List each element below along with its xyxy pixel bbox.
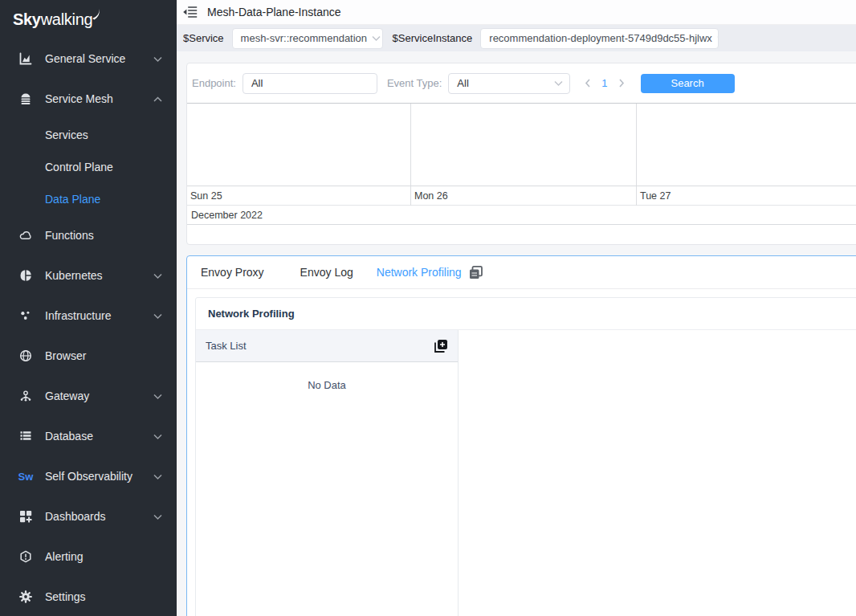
event-type-select-value: All — [457, 77, 468, 89]
chevron-down-icon — [153, 390, 162, 402]
sidebar-item-service-mesh[interactable]: Service Mesh — [0, 79, 177, 119]
page-titlebar: Mesh-Data-Plane-Instance — [177, 0, 856, 25]
sidebar-item-data-plane[interactable]: Data Plane — [0, 183, 177, 215]
event-type-select[interactable]: All — [448, 73, 570, 94]
sidebar-item-label: Gateway — [45, 390, 89, 402]
sidebar-item-label: Dashboards — [45, 510, 106, 523]
chevron-down-icon — [153, 269, 162, 282]
chevron-down-icon — [554, 77, 563, 89]
main-content: Mesh-Data-Plane-Instance $Service mesh-s… — [177, 0, 856, 616]
task-list-column: Task List No Data — [196, 330, 459, 616]
task-list-title: Task List — [206, 340, 247, 352]
sidebar-item-infrastructure[interactable]: Infrastructure — [0, 296, 177, 336]
sidebar-item-functions[interactable]: Functions — [0, 215, 177, 255]
timeline-days-row: Sun 25 Mon 26 Tue 27 — [187, 186, 856, 205]
sidebar-item-label: Data Plane — [45, 193, 100, 206]
service-selector-bar: $Service mesh-svr::recommendation $Servi… — [177, 25, 856, 51]
service-instance-select-value: recommendation-deployment-5749d9dc55-hjl… — [489, 32, 712, 44]
sidebar-item-label: Kubernetes — [45, 269, 103, 282]
day-label: Tue 27 — [640, 186, 671, 206]
chevron-right-icon[interactable] — [618, 79, 625, 88]
dashboard-grid-icon — [19, 510, 32, 523]
sidebar-item-dashboards[interactable]: Dashboards — [0, 496, 177, 536]
event-filters-row: Endpoint: Event Type: All 1 Search — [187, 63, 856, 103]
logo-swoosh-icon — [92, 7, 104, 21]
service-select[interactable]: mesh-svr::recommendation — [232, 28, 383, 49]
sidebar-item-services[interactable]: Services — [0, 119, 177, 151]
service-select-value: mesh-svr::recommendation — [241, 32, 368, 44]
events-card: Endpoint: Event Type: All 1 Search Sun 2… — [186, 63, 856, 245]
sidebar-item-label: Service Mesh — [45, 92, 113, 105]
sidebar-item-label: Control Plane — [45, 161, 113, 173]
page-number[interactable]: 1 — [601, 77, 607, 89]
logo-text-bold: Sky — [13, 10, 41, 29]
new-task-icon[interactable] — [434, 339, 448, 353]
sidebar-item-database[interactable]: Database — [0, 416, 177, 456]
timeline-lanes — [187, 104, 856, 186]
alert-hexagon-icon — [19, 550, 32, 563]
endpoint-input[interactable] — [243, 73, 377, 94]
logo-text-light: walking — [41, 10, 93, 29]
skywalking-logo: Skywalking — [0, 0, 177, 39]
server-list-icon — [19, 430, 32, 443]
task-list-header: Task List — [196, 330, 458, 362]
chevron-down-icon — [153, 470, 162, 483]
chevron-down-icon — [712, 32, 719, 44]
empty-state-text: No Data — [196, 362, 458, 391]
sidebar-item-label: Database — [45, 430, 93, 443]
sidebar: Skywalking General Service Service Mesh … — [0, 0, 177, 616]
service-label: $Service — [183, 32, 224, 44]
gateway-icon — [19, 390, 32, 402]
sidebar-item-label: Infrastructure — [45, 309, 111, 322]
profiling-detail-area — [459, 330, 856, 616]
event-type-label: Event Type: — [387, 77, 442, 89]
sidebar-item-label: Alerting — [45, 550, 83, 563]
sw-logo-icon: Sw — [19, 470, 32, 483]
chevron-down-icon — [153, 510, 162, 523]
widget-header: Network Profiling — [196, 298, 856, 330]
service-instance-select[interactable]: recommendation-deployment-5749d9dc55-hjl… — [480, 28, 719, 49]
cloud-icon — [19, 229, 32, 242]
page-title: Mesh-Data-Plane-Instance — [207, 6, 341, 18]
widget-title: Network Profiling — [208, 308, 295, 320]
sidebar-item-kubernetes[interactable]: Kubernetes — [0, 255, 177, 296]
sidebar-item-label: Self Observability — [45, 470, 132, 483]
widget-body: Task List No Data — [196, 330, 856, 616]
instance-tabs-panel: Envoy Proxy Envoy Log Network Profiling … — [186, 255, 856, 616]
copy-document-icon[interactable] — [469, 266, 483, 279]
sidebar-item-settings[interactable]: Settings — [0, 577, 177, 616]
chevron-up-icon — [153, 92, 162, 105]
sidebar-item-gateway[interactable]: Gateway — [0, 376, 177, 416]
chevron-left-icon[interactable] — [585, 79, 591, 88]
tab-envoy-log[interactable]: Envoy Log — [300, 266, 353, 279]
globe-icon — [19, 349, 32, 362]
sidebar-item-label: General Service — [45, 52, 125, 65]
tab-envoy-proxy[interactable]: Envoy Proxy — [201, 266, 264, 279]
tab-network-profiling[interactable]: Network Profiling — [377, 266, 462, 279]
mesh-layers-icon — [19, 92, 32, 105]
tab-bar: Envoy Proxy Envoy Log Network Profiling — [187, 256, 856, 289]
network-profiling-widget: Network Profiling Task List No Data — [195, 297, 856, 616]
chevron-down-icon — [153, 430, 162, 443]
chevron-down-icon — [153, 309, 162, 322]
sidebar-item-browser[interactable]: Browser — [0, 336, 177, 376]
sidebar-item-label: Services — [45, 129, 88, 141]
timeline-month-row: December 2022 — [187, 205, 856, 224]
event-timeline: Sun 25 Mon 26 Tue 27 December 2022 — [187, 103, 856, 225]
sidebar-item-alerting[interactable]: Alerting — [0, 536, 177, 577]
gear-icon — [19, 590, 32, 603]
sidebar-item-control-plane[interactable]: Control Plane — [0, 151, 177, 183]
sidebar-item-general-service[interactable]: General Service — [0, 39, 177, 79]
day-label: Sun 25 — [190, 186, 222, 206]
sidebar-item-self-observability[interactable]: Sw Self Observability — [0, 456, 177, 496]
endpoint-label: Endpoint: — [192, 77, 236, 89]
service-instance-label: $ServiceInstance — [393, 32, 473, 44]
dots-cluster-icon — [19, 309, 32, 322]
chevron-down-icon — [153, 52, 162, 65]
pie-segments-icon — [19, 269, 32, 282]
sidebar-item-label: Settings — [45, 590, 86, 603]
fold-sidebar-icon[interactable] — [181, 5, 199, 19]
pagination: 1 — [585, 77, 624, 89]
search-button[interactable]: Search — [641, 74, 735, 93]
trend-chart-icon — [19, 52, 32, 65]
